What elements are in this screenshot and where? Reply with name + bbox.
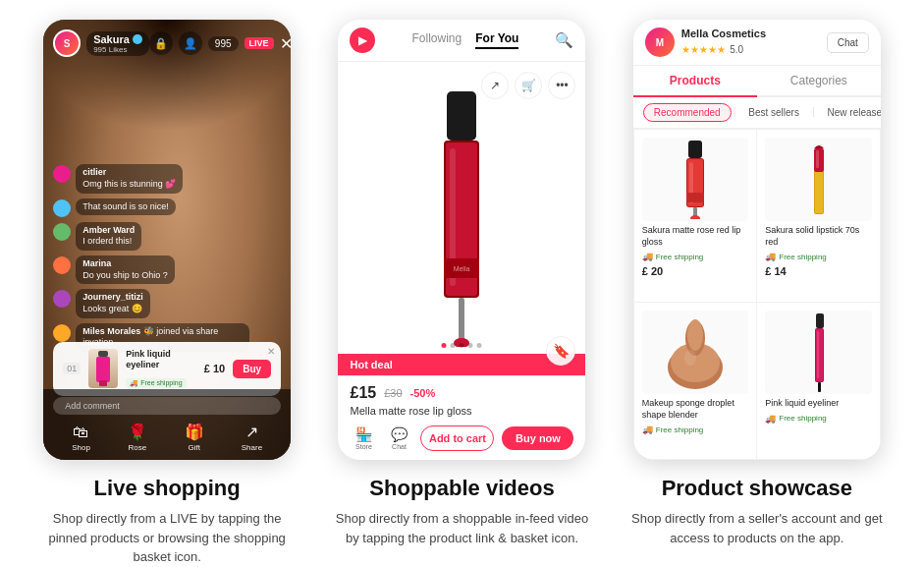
brand-name: Mella Cosmetics <box>681 28 766 39</box>
shoppable-videos-phone: ▶ Following For You 🔍 ↗ 🛒 ••• <box>338 20 585 460</box>
showcase-product-card[interactable]: Pink liquid eyeliner 🚚 Free shipping <box>757 303 880 459</box>
share-icon-item[interactable]: ↗ Share <box>242 423 262 452</box>
tab-following[interactable]: Following <box>412 31 462 49</box>
product-showcase-phone: M Mella Cosmetics ★★★★★ 5.0 Chat Product… <box>633 20 881 460</box>
shop-product-area: ↗ 🛒 ••• Mella <box>338 62 585 375</box>
more-action-icon[interactable]: ••• <box>548 72 575 99</box>
price-new: £15 <box>350 384 376 402</box>
tab-categories[interactable]: Categories <box>757 66 881 97</box>
comment-avatar <box>53 324 71 342</box>
showcase-topbar: M Mella Cosmetics ★★★★★ 5.0 Chat <box>633 20 881 66</box>
product-num: 01 <box>63 363 81 374</box>
live-username-block: Sakura 995 Likes <box>86 31 149 56</box>
live-bottom-icons: 🛍 Shop 🌹 Rose 🎁 Gift ↗ <box>53 423 281 452</box>
shoppable-videos-feature: ▶ Following For You 🔍 ↗ 🛒 ••• <box>324 20 599 557</box>
live-avatar: S <box>53 29 81 57</box>
comment-avatar <box>53 256 71 274</box>
product-name: Sakura matte rose red lip gloss <box>642 225 749 248</box>
product-price: £ 14 <box>765 265 872 277</box>
tab-for-you[interactable]: For You <box>475 31 518 49</box>
showcase-product-card[interactable]: Sakura matte rose red lip gloss 🚚 Free s… <box>634 130 757 302</box>
lock-icon[interactable]: 🔒 <box>149 31 173 55</box>
svg-rect-27 <box>816 313 824 328</box>
add-people-icon[interactable]: 👤 <box>179 31 202 55</box>
cart-action-icon[interactable]: 🛒 <box>515 72 542 99</box>
chat-label: Chat <box>392 443 407 450</box>
live-topbar: S Sakura 995 Likes 🔒 👤 <box>53 29 281 57</box>
truck-icon: 🚚 <box>642 252 653 261</box>
gift-icon-item[interactable]: 🎁 Gift <box>185 423 204 452</box>
svg-rect-2 <box>99 380 107 386</box>
live-bottom-bar: Add comment 🛍 Shop 🌹 Rose 🎁 <box>43 389 291 460</box>
shoppable-videos-title: Shoppable videos <box>334 476 589 501</box>
price-old: £30 <box>384 387 402 399</box>
shop-action-icons: ↗ 🛒 ••• <box>481 72 575 99</box>
live-shopping-feature: S Sakura 995 Likes 🔒 👤 <box>29 20 304 567</box>
free-shipping: 🚚 Free shipping <box>642 252 749 261</box>
live-comment: Marina Do you ship to Ohio ? <box>53 255 249 284</box>
product-name: Makeup sponge droplet shape blender <box>642 398 749 421</box>
svg-rect-3 <box>447 91 476 141</box>
tab-products[interactable]: Products <box>633 66 757 97</box>
truck-icon: 🚚 <box>765 252 776 261</box>
chat-button[interactable]: Chat <box>827 32 869 53</box>
free-shipping-badge: 🚚 Free shipping <box>126 378 186 388</box>
dot-2 <box>451 343 456 348</box>
live-badge: LIVE <box>245 37 274 49</box>
search-icon[interactable]: 🔍 <box>555 31 573 49</box>
product-showcase-text: Product showcase Shop directly from a se… <box>620 460 895 557</box>
comment-text: Amber Ward I orderd this! <box>76 222 141 251</box>
live-background: S Sakura 995 Likes 🔒 👤 <box>43 20 291 460</box>
dot-3 <box>460 343 464 348</box>
shop-label: Shop <box>72 443 90 452</box>
svg-rect-1 <box>96 357 110 382</box>
product-card-close[interactable]: ✕ <box>267 346 275 357</box>
gift-icon: 🎁 <box>185 423 204 441</box>
share-action-icon[interactable]: ↗ <box>481 72 509 99</box>
free-shipping: 🚚 Free shipping <box>765 414 872 424</box>
dot-indicators <box>442 343 482 348</box>
eyeliner-image <box>794 313 843 392</box>
shop-icon-item[interactable]: 🛍 Shop <box>72 424 90 452</box>
brand-rating-row: ★★★★★ 5.0 <box>681 39 766 57</box>
buy-button[interactable]: Buy <box>233 360 271 378</box>
live-close-icon[interactable]: ✕ <box>280 34 292 53</box>
product-name: Sakura solid lipstick 70s red <box>765 225 872 248</box>
add-comment-input[interactable]: Add comment <box>53 397 281 415</box>
comment-text: That sound is so nice! <box>76 198 176 216</box>
tiktok-logo: ▶ <box>350 28 375 53</box>
rose-icon-item[interactable]: 🌹 Rose <box>128 423 147 452</box>
product-showcase-title: Product showcase <box>629 476 885 501</box>
free-shipping: 🚚 Free shipping <box>765 252 872 261</box>
sub-tab-best-sellers[interactable]: Best sellers <box>737 103 810 122</box>
live-shopping-desc: Shop directly from a LIVE by tapping the… <box>39 509 295 567</box>
svg-point-26 <box>684 350 696 366</box>
shop-product-name: Mella matte rose lip gloss <box>350 405 573 417</box>
add-to-cart-button[interactable]: Add to cart <box>420 425 494 451</box>
live-comment: citlier Omg this is stunning 💕 <box>53 164 249 193</box>
svg-rect-11 <box>688 141 702 158</box>
sub-tab-new-releases[interactable]: New releases <box>817 103 881 122</box>
comment-text: Marina Do you ship to Ohio ? <box>76 255 175 284</box>
store-label: Store <box>355 443 372 450</box>
live-user-info: S Sakura 995 Likes <box>53 29 149 57</box>
truck-icon: 🚚 <box>642 425 653 434</box>
showcase-product-card[interactable]: Sakura solid lipstick 70s red 🚚 Free shi… <box>757 130 880 302</box>
star-icons: ★★★★★ <box>681 44 726 55</box>
buy-now-button[interactable]: Buy now <box>502 426 573 450</box>
shop-icon: 🛍 <box>73 424 88 441</box>
rose-label: Rose <box>128 443 146 452</box>
shoppable-videos-desc: Shop directly from a shoppable in-feed v… <box>334 509 589 547</box>
live-viewers: 995 <box>208 36 239 51</box>
live-followers: 995 Likes <box>93 45 142 54</box>
share-icon: ↗ <box>245 423 258 441</box>
sub-tab-recommended[interactable]: Recommended <box>643 103 732 122</box>
brand-avatar: M <box>645 28 675 57</box>
comment-input-row: Add comment <box>53 397 281 415</box>
showcase-product-card[interactable]: Makeup sponge droplet shape blender 🚚 Fr… <box>634 303 757 459</box>
showcase-sub-tabs: Recommended | Best sellers | New release… <box>633 97 881 129</box>
chat-icon[interactable]: 💬 Chat <box>385 425 412 452</box>
store-icon[interactable]: 🏪 Store <box>350 425 377 452</box>
share-label: Share <box>242 443 262 452</box>
svg-rect-30 <box>817 331 819 378</box>
